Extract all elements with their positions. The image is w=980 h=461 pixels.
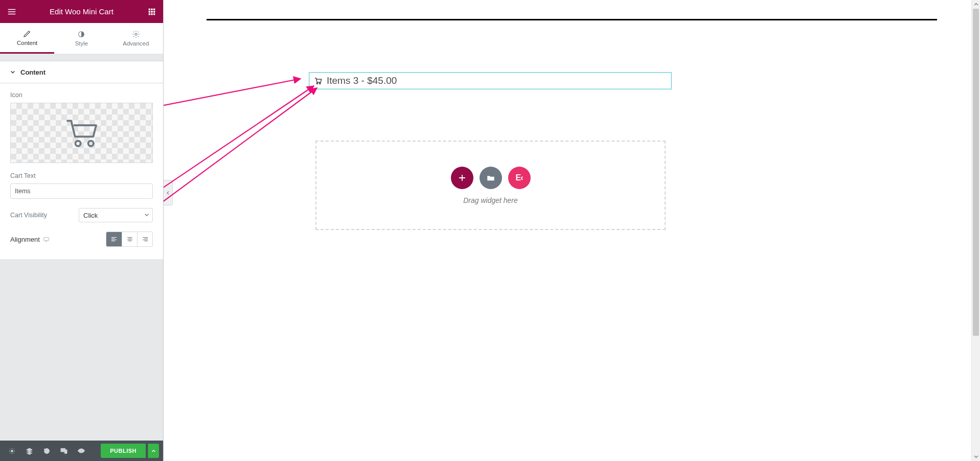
align-left-icon	[110, 236, 118, 243]
layers-icon	[26, 447, 33, 455]
editor-panel: Edit Woo Mini Cart Content Style Advance…	[0, 0, 164, 461]
svg-rect-13	[43, 237, 49, 240]
mini-cart-widget[interactable]: Items 3 - $45.00	[309, 72, 672, 89]
ek-label: E‹	[516, 173, 523, 182]
svg-rect-16	[64, 450, 67, 453]
caret-down-icon	[974, 454, 978, 459]
history-button[interactable]	[39, 443, 54, 458]
chevron-down-icon	[144, 212, 149, 219]
alignment-label: Alignment	[10, 236, 50, 243]
gear-icon	[8, 447, 16, 455]
section-content-header[interactable]: Content	[0, 61, 163, 83]
tab-style[interactable]: Style	[54, 23, 108, 54]
page-header-rule	[207, 19, 937, 20]
publish-button[interactable]: PUBLISH	[101, 444, 146, 458]
alignment-label-text: Alignment	[10, 236, 40, 243]
navigator-button[interactable]	[21, 443, 37, 458]
widgets-grid-button[interactable]	[140, 0, 163, 23]
panel-header: Edit Woo Mini Cart	[0, 0, 163, 23]
cart-visibility-label: Cart Visibility	[10, 212, 47, 219]
cart-text-label: Cart Text	[10, 172, 153, 179]
grid-icon	[148, 8, 156, 16]
tab-advanced-label: Advanced	[123, 40, 149, 47]
canvas-inner: Items 3 - $45.00 E‹ Drag widget here	[194, 0, 949, 461]
cart-text-input[interactable]	[10, 183, 153, 199]
settings-button[interactable]	[4, 443, 19, 458]
caret-up-icon	[151, 449, 156, 453]
alignment-segmented	[106, 232, 153, 247]
tab-content[interactable]: Content	[0, 23, 54, 54]
cart-icon	[63, 114, 101, 152]
tab-style-label: Style	[75, 40, 88, 47]
publish-options-button[interactable]	[148, 444, 159, 458]
hamburger-icon	[7, 7, 16, 16]
svg-rect-2	[153, 9, 155, 10]
gear-icon	[132, 30, 140, 38]
devices-icon	[60, 447, 68, 455]
history-icon	[43, 447, 51, 455]
plus-icon	[458, 173, 467, 182]
mini-cart-text: Items 3 - $45.00	[327, 75, 397, 86]
panel-collapse-handle[interactable]	[164, 180, 173, 205]
scroll-thumb[interactable]	[973, 9, 979, 336]
section-content-title: Content	[20, 68, 45, 76]
panel-tabs: Content Style Advanced	[0, 23, 163, 54]
add-section-button[interactable]	[451, 167, 473, 189]
svg-rect-4	[151, 11, 152, 12]
svg-rect-5	[153, 11, 155, 12]
desktop-icon	[43, 236, 50, 243]
svg-point-14	[11, 450, 13, 452]
svg-rect-3	[149, 11, 150, 12]
svg-point-18	[316, 83, 317, 84]
align-center-icon	[126, 236, 133, 243]
svg-point-10	[135, 33, 137, 35]
preview-button[interactable]	[74, 443, 89, 458]
responsive-button[interactable]	[56, 443, 72, 458]
drop-actions: E‹	[451, 167, 531, 189]
section-controls: Icon Cart Text Cart Visibility Click Ali…	[0, 83, 163, 259]
scroll-up-button[interactable]	[972, 0, 980, 9]
cart-icon	[313, 76, 323, 85]
svg-rect-6	[149, 13, 150, 15]
chevron-left-icon	[166, 191, 170, 195]
svg-point-19	[320, 83, 321, 84]
align-right-icon	[142, 236, 149, 243]
svg-rect-7	[151, 13, 152, 15]
drop-hint: Drag widget here	[463, 196, 518, 204]
panel-title: Edit Woo Mini Cart	[23, 7, 140, 16]
svg-rect-8	[153, 13, 155, 15]
caret-down-icon	[10, 70, 15, 75]
panel-footer: PUBLISH	[0, 441, 163, 461]
svg-point-11	[75, 141, 80, 146]
tab-content-label: Content	[17, 40, 37, 46]
browser-scrollbar[interactable]	[971, 0, 980, 461]
elementskit-button[interactable]: E‹	[508, 167, 531, 189]
pencil-icon	[23, 30, 31, 38]
svg-point-17	[80, 450, 82, 451]
align-left-button[interactable]	[106, 232, 122, 246]
add-template-button[interactable]	[480, 167, 502, 189]
cart-visibility-select[interactable]: Click	[79, 208, 153, 222]
icon-picker[interactable]	[10, 103, 153, 163]
eye-icon	[77, 447, 85, 455]
svg-rect-1	[151, 9, 152, 10]
drop-widget-area[interactable]: E‹ Drag widget here	[315, 141, 666, 230]
svg-point-12	[88, 141, 93, 146]
editor-canvas: Items 3 - $45.00 E‹ Drag widget here	[164, 0, 980, 461]
svg-rect-0	[149, 9, 150, 10]
align-center-button[interactable]	[122, 232, 137, 246]
icon-label: Icon	[10, 91, 153, 99]
tab-advanced[interactable]: Advanced	[109, 23, 163, 54]
folder-icon	[486, 173, 495, 182]
cart-visibility-value: Click	[83, 212, 98, 219]
align-right-button[interactable]	[137, 232, 152, 246]
tab-spacer	[0, 54, 163, 61]
contrast-icon	[77, 30, 85, 38]
caret-up-icon	[974, 2, 978, 7]
scroll-down-button[interactable]	[972, 452, 980, 461]
menu-button[interactable]	[0, 0, 23, 23]
